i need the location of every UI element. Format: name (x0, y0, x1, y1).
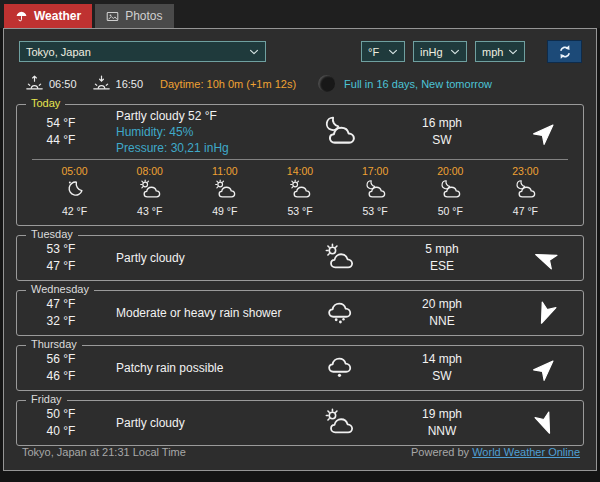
weather-app-window: Weather Photos Tokyo, Japan °F inHg mph (0, 0, 600, 482)
location-select[interactable]: Tokyo, Japan (19, 41, 266, 62)
sunrise-time: 06:50 (49, 78, 77, 90)
hour-temp: 42 °F (53, 205, 97, 217)
cloud-sun-icon (289, 179, 311, 201)
today-condition: Partly cloudy 52 °F (116, 108, 301, 124)
chevron-down-icon (249, 47, 259, 57)
day-wind-dir: SW (377, 368, 507, 385)
wind-arrow-icon (529, 407, 562, 440)
day-condition: Partly cloudy (105, 415, 301, 431)
sunset-time: 16:50 (116, 78, 144, 90)
cloud-moon-icon (364, 179, 386, 201)
day-group-tuesday: Tuesday 53 °F 47 °F Partly cloudy 5 mph … (16, 235, 584, 281)
today-condition-block: Partly cloudy 52 °F Humidity: 45% Pressu… (105, 108, 301, 157)
sunrise-icon (25, 74, 44, 93)
tab-bar: Weather Photos (0, 0, 600, 28)
day-condition: Patchy rain possible (105, 360, 301, 376)
day-group-label: Thursday (26, 338, 82, 350)
hour-time: 20:00 (428, 165, 472, 177)
refresh-icon (557, 44, 573, 60)
day-group-thursday: Thursday 56 °F 46 °F Patchy rain possibl… (16, 345, 584, 391)
powered-by-label: Powered by (411, 446, 469, 458)
astro-row: 06:50 16:50 Daytime: 10h 0m (+1m 12s) Fu… (25, 74, 582, 93)
hour-cell: 23:00 47 °F (503, 165, 547, 217)
day-low: 46 °F (17, 368, 105, 385)
tab-photos-label: Photos (125, 9, 162, 23)
pressure-unit-value: inHg (420, 46, 443, 58)
today-wind-speed: 16 mph (377, 115, 507, 132)
day-high: 56 °F (17, 351, 105, 368)
toolbar: Tokyo, Japan °F inHg mph (19, 40, 582, 63)
wind-arrow-icon (529, 242, 562, 275)
hour-temp: 47 °F (503, 205, 547, 217)
today-group-label: Today (26, 97, 65, 109)
sunset-icon (92, 74, 111, 93)
temperature-unit-select[interactable]: °F (361, 41, 405, 62)
day-low: 47 °F (17, 258, 105, 275)
powered-by: Powered by World Weather Online (411, 446, 580, 458)
table-row: 50 °F 40 °F Partly cloudy 19 mph NNW (17, 401, 583, 445)
hour-cell: 14:00 53 °F (278, 165, 322, 217)
table-row: 56 °F 46 °F Patchy rain possible 14 mph … (17, 346, 583, 390)
hour-cell: 05:00 42 °F (53, 165, 97, 217)
today-group: Today 54 °F 44 °F Partly cloudy 52 °F Hu… (16, 104, 584, 226)
day-wind-speed: 14 mph (377, 351, 507, 368)
cloud-sun-icon (214, 179, 236, 201)
hour-temp: 53 °F (353, 205, 397, 217)
day-wind-speed: 5 mph (377, 241, 507, 258)
today-wind-dir: SW (377, 132, 507, 149)
cloud-moon-icon (439, 179, 461, 201)
moon-star-icon (64, 179, 86, 201)
hour-temp: 49 °F (203, 205, 247, 217)
hour-cell: 08:00 43 °F (128, 165, 172, 217)
table-row: 47 °F 32 °F Moderate or heavy rain showe… (17, 291, 583, 335)
day-condition: Moderate or heavy rain shower (105, 305, 301, 321)
tab-photos[interactable]: Photos (95, 4, 173, 28)
speed-unit-value: mph (482, 46, 503, 58)
today-pressure: Pressure: 30,21 inHg (116, 140, 301, 156)
cloud-moon-icon (322, 115, 356, 149)
day-condition: Partly cloudy (105, 250, 301, 266)
day-wind-dir: ESE (377, 258, 507, 275)
today-humidity: Humidity: 45% (116, 124, 301, 140)
today-row: 54 °F 44 °F Partly cloudy 52 °F Humidity… (17, 105, 583, 159)
wind-arrow-icon (529, 297, 562, 330)
hour-time: 14:00 (278, 165, 322, 177)
day-high: 50 °F (17, 406, 105, 423)
world-weather-online-link[interactable]: World Weather Online (472, 446, 580, 458)
daytime-text: Daytime: 10h 0m (+1m 12s) (160, 78, 296, 90)
day-wind-dir: NNW (377, 423, 507, 440)
wind-arrow-icon (527, 350, 562, 385)
tab-weather-label: Weather (34, 9, 81, 23)
hour-time: 23:00 (503, 165, 547, 177)
cloud-drizzle-icon (324, 353, 354, 383)
hour-cell: 11:00 49 °F (203, 165, 247, 217)
today-wind: 16 mph SW (377, 115, 507, 149)
status-bar: Tokyo, Japan at 21:31 Local Time Powered… (4, 446, 596, 471)
photo-icon (106, 10, 119, 23)
day-group-label: Tuesday (26, 228, 78, 240)
hour-temp: 53 °F (278, 205, 322, 217)
day-wind-speed: 20 mph (377, 296, 507, 313)
table-row: 53 °F 47 °F Partly cloudy 5 mph ESE (17, 236, 583, 280)
hour-temp: 50 °F (428, 205, 472, 217)
day-low: 32 °F (17, 313, 105, 330)
hour-time: 17:00 (353, 165, 397, 177)
cloud-sun-icon (139, 179, 161, 201)
hour-time: 08:00 (128, 165, 172, 177)
day-group-friday: Friday 50 °F 40 °F Partly cloudy 19 mph … (16, 400, 584, 446)
chevron-down-icon (450, 47, 460, 57)
today-high: 54 °F (17, 115, 105, 132)
chevron-down-icon (388, 47, 398, 57)
umbrella-icon (15, 10, 28, 23)
cloud-rain-icon (324, 298, 354, 328)
day-high: 47 °F (17, 296, 105, 313)
hour-time: 05:00 (53, 165, 97, 177)
day-wind-speed: 19 mph (377, 406, 507, 423)
day-wind-dir: NNE (377, 313, 507, 330)
pressure-unit-select[interactable]: inHg (413, 41, 467, 62)
weather-panel: Tokyo, Japan °F inHg mph 06:50 (3, 28, 597, 471)
tab-weather[interactable]: Weather (4, 4, 92, 28)
refresh-button[interactable] (547, 40, 582, 63)
hour-cell: 20:00 50 °F (428, 165, 472, 217)
speed-unit-select[interactable]: mph (475, 41, 525, 62)
